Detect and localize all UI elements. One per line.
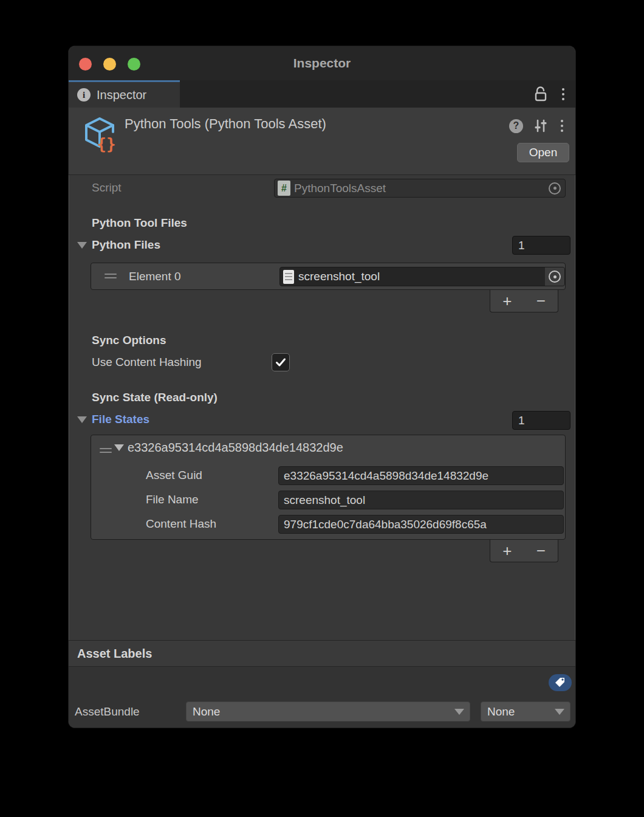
file-states-list-footer: + − xyxy=(490,540,558,562)
python-files-size-input[interactable]: 1 xyxy=(512,236,570,255)
tab-inspector[interactable]: i Inspector xyxy=(69,80,180,108)
script-label: Script xyxy=(92,181,122,195)
component-title: Python Tools (Python Tools Asset) xyxy=(125,116,326,132)
file-name-field[interactable]: screenshot_tool xyxy=(278,491,564,509)
drag-handle-icon[interactable] xyxy=(104,271,117,281)
tab-bar: i Inspector xyxy=(69,80,575,108)
dropdown-arrow-icon xyxy=(555,709,564,715)
assetbundle-variant-dropdown[interactable]: None xyxy=(481,702,570,722)
use-content-hashing-checkbox[interactable] xyxy=(272,353,290,371)
asset-guid-value: e3326a95314cd4a5898d34de14832d9e xyxy=(284,469,488,483)
python-tool-files-header: Python Tool Files xyxy=(92,216,187,230)
python-files-foldout-icon[interactable] xyxy=(77,242,87,249)
file-states-size-input[interactable]: 1 xyxy=(512,411,570,430)
screen: Inspector i Inspector xyxy=(0,0,644,817)
tag-icon xyxy=(553,676,567,689)
assetbundle-variant-value: None xyxy=(487,705,515,719)
object-picker-button[interactable] xyxy=(545,267,564,286)
component-header: {} Python Tools (Python Tools Asset) ? O… xyxy=(69,108,575,175)
checkmark-icon xyxy=(275,356,287,368)
object-picker-icon xyxy=(549,182,561,195)
asset-labels-header: Asset Labels xyxy=(77,647,152,661)
text-asset-icon xyxy=(283,270,294,284)
entry-foldout-icon[interactable] xyxy=(114,444,124,451)
tab-label: Inspector xyxy=(97,88,146,102)
window-title: Inspector xyxy=(69,46,575,80)
assetbundle-value: None xyxy=(193,705,220,719)
header-menu-kebab-icon[interactable] xyxy=(558,117,566,134)
use-content-hashing-label: Use Content Hashing xyxy=(92,356,202,369)
assetbundle-dropdown[interactable]: None xyxy=(186,702,470,722)
sync-state-header: Sync State (Read-only) xyxy=(92,391,218,404)
open-button[interactable]: Open xyxy=(517,143,569,162)
file-states-label[interactable]: File States xyxy=(92,413,149,426)
zoom-button[interactable] xyxy=(128,58,140,71)
remove-element-button[interactable]: − xyxy=(524,540,558,562)
drag-handle-icon[interactable] xyxy=(100,446,112,455)
minimize-button[interactable] xyxy=(103,58,116,71)
file-states-list: e3326a95314cd4a5898d34de14832d9e Asset G… xyxy=(91,435,566,540)
script-field: # PythonToolsAsset xyxy=(274,179,566,198)
tab-menu-kebab-icon[interactable] xyxy=(560,86,567,103)
svg-text:{}: {} xyxy=(97,135,115,153)
python-tools-asset-icon: {} xyxy=(81,115,118,153)
asset-guid-label: Asset Guid xyxy=(146,469,202,482)
inspector-window: Inspector i Inspector xyxy=(68,46,576,728)
element0-label: Element 0 xyxy=(129,270,181,283)
file-name-value: screenshot_tool xyxy=(284,494,365,507)
content-hash-value: 979cf1cde0c7da64bba35026d69f8c65a xyxy=(284,518,487,531)
python-files-label[interactable]: Python Files xyxy=(92,238,160,252)
content-hash-label: Content Hash xyxy=(146,517,216,531)
presets-icon[interactable] xyxy=(533,119,548,133)
file-states-foldout-icon[interactable] xyxy=(77,416,87,423)
info-icon: i xyxy=(77,88,91,102)
entry-header[interactable]: e3326a95314cd4a5898d34de14832d9e xyxy=(128,441,343,455)
content-hash-field[interactable]: 979cf1cde0c7da64bba35026d69f8c65a xyxy=(278,515,564,534)
file-name-label: File Name xyxy=(146,493,199,506)
python-files-list-footer: + − xyxy=(490,290,558,312)
python-files-list: Element 0 screenshot_tool xyxy=(91,263,566,290)
add-element-button[interactable]: + xyxy=(490,540,524,562)
csharp-script-icon: # xyxy=(278,181,290,196)
asset-labels-band[interactable]: Asset Labels xyxy=(69,640,575,667)
unlock-icon[interactable] xyxy=(534,86,547,102)
add-label-button[interactable] xyxy=(549,674,572,691)
add-element-button[interactable]: + xyxy=(490,290,524,312)
element0-object-field[interactable]: screenshot_tool xyxy=(279,267,565,286)
script-field-value: PythonToolsAsset xyxy=(294,182,386,195)
dropdown-arrow-icon xyxy=(454,709,464,715)
close-button[interactable] xyxy=(79,58,92,71)
help-icon[interactable]: ? xyxy=(509,119,523,133)
sync-options-header: Sync Options xyxy=(92,334,166,347)
asset-guid-field[interactable]: e3326a95314cd4a5898d34de14832d9e xyxy=(278,466,564,485)
assetbundle-label: AssetBundle xyxy=(75,705,140,719)
window-titlebar[interactable]: Inspector xyxy=(69,46,575,80)
element0-value: screenshot_tool xyxy=(298,270,380,283)
remove-element-button[interactable]: − xyxy=(524,290,558,312)
